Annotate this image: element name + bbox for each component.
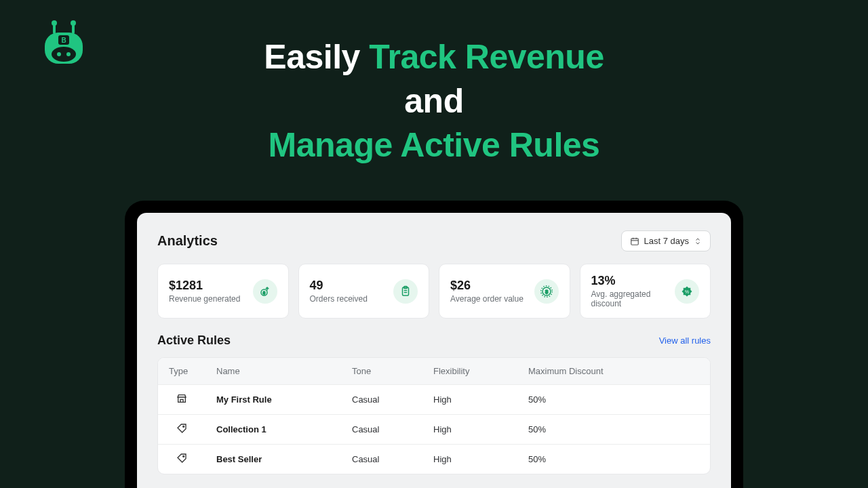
- rule-tone: Casual: [341, 385, 422, 415]
- rules-table-card: Type Name Tone Flexibility Maximum Disco…: [157, 357, 711, 474]
- kpi-label: Orders received: [310, 294, 368, 304]
- date-range-button[interactable]: Last 7 days: [621, 230, 711, 251]
- kpi-card-discount: 13% Avg. aggregated discount %: [580, 264, 711, 319]
- hero-line1-white: Easily: [264, 38, 369, 76]
- hero-headline: Easily Track Revenue and Manage Active R…: [0, 0, 868, 167]
- rule-flexibility: High: [422, 415, 517, 445]
- kpi-value: $1281: [169, 279, 240, 293]
- store-icon: [176, 393, 187, 404]
- rule-max-discount: 50%: [517, 445, 710, 474]
- view-all-rules-link[interactable]: View all rules: [659, 336, 711, 346]
- hero-line2: and: [0, 79, 868, 123]
- tag-icon: [176, 423, 187, 434]
- rule-name: Best Seller: [205, 445, 341, 474]
- kpi-card-revenue: $1281 Revenue generated $: [157, 264, 289, 319]
- app-screen: Analytics Last 7 days $1281 Revenue gene…: [137, 213, 731, 488]
- svg-text:%: %: [685, 289, 689, 294]
- col-name: Name: [205, 358, 341, 385]
- dollar-circle-icon: $: [534, 279, 559, 304]
- tag-icon: [176, 453, 187, 464]
- percent-badge-icon: %: [675, 279, 699, 304]
- rule-max-discount: 50%: [517, 385, 710, 415]
- rule-flexibility: High: [422, 445, 517, 474]
- table-row[interactable]: Collection 1 Casual High 50%: [158, 415, 710, 445]
- svg-point-24: [183, 426, 184, 427]
- kpi-card-orders: 49 Orders received: [298, 264, 430, 319]
- svg-point-9: [66, 52, 71, 56]
- kpi-label: Avg. aggregated discount: [591, 289, 669, 308]
- money-up-icon: $: [253, 279, 277, 304]
- kpi-label: Revenue generated: [169, 294, 240, 304]
- kpi-value: $26: [450, 279, 524, 293]
- svg-point-3: [71, 20, 76, 26]
- svg-rect-10: [631, 238, 638, 244]
- analytics-title: Analytics: [157, 233, 218, 249]
- rule-tone: Casual: [341, 415, 422, 445]
- rule-tone: Casual: [341, 445, 422, 474]
- svg-text:B: B: [61, 37, 66, 44]
- col-type: Type: [158, 358, 205, 385]
- calendar-icon: [630, 237, 639, 246]
- svg-point-8: [57, 52, 61, 56]
- hero-line3: Manage Active Rules: [0, 123, 868, 167]
- col-tone: Tone: [341, 358, 422, 385]
- date-range-label: Last 7 days: [644, 236, 690, 246]
- rule-name: Collection 1: [205, 415, 341, 445]
- rule-max-discount: 50%: [517, 415, 710, 445]
- active-rules-title: Active Rules: [157, 333, 231, 348]
- rule-flexibility: High: [422, 385, 517, 415]
- kpi-value: 49: [310, 279, 368, 293]
- svg-point-1: [52, 20, 57, 26]
- clipboard-icon: [393, 279, 418, 304]
- brand-logo: B: [39, 20, 88, 69]
- device-frame: Analytics Last 7 days $1281 Revenue gene…: [125, 201, 743, 488]
- table-header-row: Type Name Tone Flexibility Maximum Disco…: [158, 358, 710, 385]
- svg-point-7: [52, 47, 76, 62]
- kpi-label: Average order value: [450, 294, 524, 304]
- kpi-row: $1281 Revenue generated $ 49 Orders rece…: [157, 264, 711, 319]
- rule-name: My First Rule: [205, 385, 341, 415]
- rules-table: Type Name Tone Flexibility Maximum Disco…: [158, 358, 710, 474]
- table-row[interactable]: Best Seller Casual High 50%: [158, 445, 710, 474]
- kpi-card-aov: $26 Average order value $: [439, 264, 570, 319]
- svg-text:$: $: [262, 290, 265, 294]
- kpi-value: 13%: [591, 274, 669, 288]
- table-row[interactable]: My First Rule Casual High 50%: [158, 385, 710, 415]
- col-flexibility: Flexibility: [422, 358, 517, 385]
- svg-point-25: [183, 455, 184, 457]
- col-max-discount: Maximum Discount: [517, 358, 710, 385]
- hero-line1-green: Track Revenue: [369, 38, 604, 76]
- svg-text:$: $: [545, 289, 548, 295]
- select-chevron-icon: [694, 237, 702, 245]
